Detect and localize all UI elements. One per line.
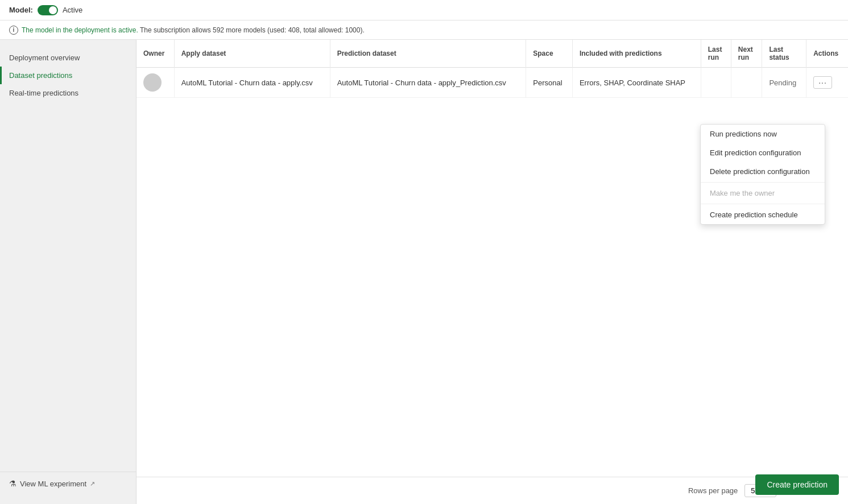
active-label: Active — [63, 6, 82, 14]
cell-actions: ··· — [806, 68, 848, 98]
external-link-icon: ↗ — [90, 480, 95, 488]
dropdown-divider — [701, 182, 825, 183]
cell-prediction-dataset: AutoML Tutorial - Churn data - apply_Pre… — [330, 68, 526, 98]
cell-last-run — [701, 68, 731, 98]
create-prediction-button[interactable]: Create prediction — [755, 474, 839, 495]
col-last-run: Lastrun — [701, 40, 731, 68]
sidebar-nav: Deployment overview Dataset predictions … — [0, 49, 136, 102]
col-actions: Actions — [806, 40, 848, 68]
main-layout: Deployment overview Dataset predictions … — [0, 40, 848, 504]
col-apply-dataset: Apply dataset — [174, 40, 330, 68]
actions-dropdown: Run predictions now Edit prediction conf… — [700, 124, 825, 225]
cell-included-predictions: Errors, SHAP, Coordinate SHAP — [572, 68, 701, 98]
toggle-knob — [49, 6, 57, 14]
content-area: Owner Apply dataset Prediction dataset S… — [136, 40, 848, 504]
cell-next-run — [731, 68, 762, 98]
experiment-icon: ⚗ — [9, 479, 16, 488]
dropdown-edit-prediction-config[interactable]: Edit prediction configuration — [701, 143, 825, 162]
avatar — [143, 73, 162, 92]
col-included-predictions: Included with predictions — [572, 40, 701, 68]
model-toggle[interactable] — [38, 5, 58, 15]
col-prediction-dataset: Prediction dataset — [330, 40, 526, 68]
info-icon: i — [9, 26, 18, 35]
predictions-table: Owner Apply dataset Prediction dataset S… — [136, 40, 848, 98]
table-container: Owner Apply dataset Prediction dataset S… — [136, 40, 848, 477]
cell-apply-dataset: AutoML Tutorial - Churn data - apply.csv — [174, 68, 330, 98]
cell-owner — [136, 68, 174, 98]
view-ml-experiment-label: View ML experiment — [20, 480, 86, 488]
info-secondary-text: The subscription allows 592 more models … — [140, 26, 365, 34]
dropdown-make-me-owner: Make me the owner — [701, 184, 825, 203]
sidebar-item-deployment-overview[interactable]: Deployment overview — [0, 49, 136, 67]
dropdown-divider-2 — [701, 204, 825, 204]
cell-space: Personal — [526, 68, 573, 98]
info-bar: i The model in the deployment is active.… — [0, 20, 848, 40]
view-ml-experiment-link[interactable]: ⚗ View ML experiment ↗ — [0, 472, 136, 495]
rows-per-page-label: Rows per page — [688, 486, 738, 495]
sidebar-item-dataset-predictions[interactable]: Dataset predictions — [0, 67, 136, 84]
info-text: The model in the deployment is active. T… — [22, 26, 365, 34]
table-row: AutoML Tutorial - Churn data - apply.csv… — [136, 68, 848, 98]
col-last-status: Laststatus — [762, 40, 806, 68]
actions-menu-button[interactable]: ··· — [813, 76, 832, 89]
top-bar: Model: Active — [0, 0, 848, 20]
status-badge: Pending — [769, 79, 796, 87]
col-space: Space — [526, 40, 573, 68]
model-label: Model: — [9, 6, 33, 14]
col-owner: Owner — [136, 40, 174, 68]
dropdown-delete-prediction-config[interactable]: Delete prediction configuration — [701, 162, 825, 181]
dropdown-run-predictions-now[interactable]: Run predictions now — [701, 125, 825, 143]
footer-bar: Rows per page 50 25 100 1–1 of 1 ‹ › — [136, 477, 848, 504]
dropdown-create-prediction-schedule[interactable]: Create prediction schedule — [701, 205, 825, 224]
col-next-run: Nextrun — [731, 40, 762, 68]
sidebar: Deployment overview Dataset predictions … — [0, 40, 136, 504]
info-green-text: The model in the deployment is active. — [22, 26, 138, 34]
sidebar-item-real-time-predictions[interactable]: Real-time predictions — [0, 84, 136, 102]
cell-last-status: Pending — [762, 68, 806, 98]
